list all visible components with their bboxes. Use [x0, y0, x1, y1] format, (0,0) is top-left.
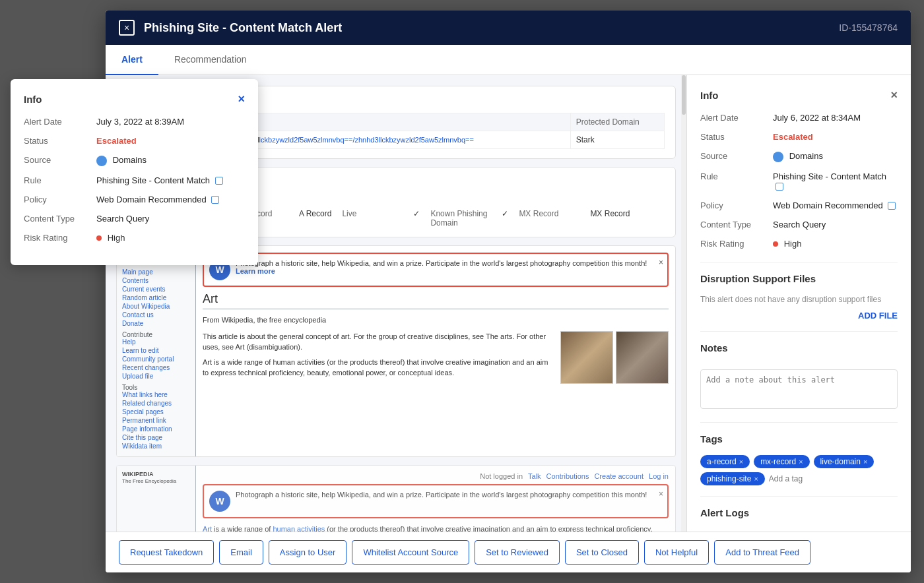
scrollbar-track[interactable] — [681, 75, 686, 532]
modal-header: × Phishing Site - Content Match Alert ID… — [106, 11, 911, 45]
tag-mx-record-remove[interactable]: × — [799, 458, 803, 466]
add-file-button[interactable]: ADD FILE — [700, 311, 898, 321]
set-to-closed-button[interactable]: Set to Closed — [565, 540, 639, 565]
wiki-contents[interactable]: Contents — [122, 277, 190, 284]
mx-record-label: MX Record — [519, 209, 585, 228]
wiki-create-account-2[interactable]: Create account — [594, 472, 644, 480]
add-to-threat-feed-button[interactable]: Add to Threat Feed — [714, 540, 810, 565]
wiki-current-events[interactable]: Current events — [122, 286, 190, 293]
rule-ext-link-icon[interactable] — [776, 183, 783, 191]
disruption-section: Disruption Support Files This alert does… — [700, 262, 898, 321]
wiki-sidebar-2: WIKIPEDIAThe Free Encyclopedia — [117, 466, 196, 532]
tags-title: Tags — [700, 433, 898, 445]
wiki-special-pages[interactable]: Special pages — [122, 408, 190, 415]
wiki-page-information[interactable]: Page information — [122, 425, 190, 433]
overlay-content-type-value: Search Query — [96, 214, 245, 224]
wiki-article-body: Art is a wide range of human activities … — [203, 357, 550, 379]
notes-textarea[interactable] — [700, 369, 898, 409]
overlay-alert-date-value: July 3, 2022 at 8:39AM — [96, 117, 245, 127]
alert-logs-section: Alert Logs — [700, 496, 898, 518]
known-phishing-value: ✓ — [502, 209, 508, 228]
assign-to-user-button[interactable]: Assign to User — [269, 540, 347, 565]
wiki-log-in-2[interactable]: Log in — [649, 472, 669, 480]
content-type-label: Content Type — [700, 220, 773, 230]
wiki-art-link[interactable]: Art — [203, 525, 212, 532]
policy-row: Policy Web Domain Recommended — [700, 200, 898, 210]
wiki-cite-this-page[interactable]: Cite this page — [122, 434, 190, 441]
overlay-close-button[interactable]: × — [238, 92, 245, 106]
wiki-related-changes[interactable]: Related changes — [122, 400, 190, 407]
overlay-risk-rating-row: Risk Rating High — [24, 233, 245, 243]
protected-domain-value: Stark — [570, 131, 664, 149]
wiki-permanent-link[interactable]: Permanent link — [122, 417, 190, 424]
rule-value: Phishing Site - Content Match — [773, 171, 898, 191]
wiki-content-2: WIKIPEDIAThe Free Encyclopedia Not logge… — [117, 466, 675, 532]
wiki-contributions-2[interactable]: Contributions — [546, 472, 589, 480]
modal-close-button[interactable]: × — [119, 20, 135, 36]
action-bar: Request Takedown Email Assign to User Wh… — [106, 532, 911, 572]
tag-live-domain-remove[interactable]: × — [863, 458, 867, 466]
policy-ext-link-icon[interactable] — [888, 202, 896, 210]
overlay-rule-ext-link-icon[interactable] — [215, 177, 223, 185]
wiki-community-portal[interactable]: Community portal — [122, 355, 190, 363]
wiki-recent-changes[interactable]: Recent changes — [122, 364, 190, 371]
sidebar-close-button[interactable]: × — [890, 88, 898, 102]
live-row: Live ✓ — [342, 209, 420, 228]
alert-logs-title: Alert Logs — [700, 507, 898, 518]
overlay-panel-header: Info × — [24, 92, 245, 106]
risk-rating-label: Risk Rating — [700, 239, 773, 249]
wiki-main-page[interactable]: Main page — [122, 268, 190, 276]
wiki-wikidata-item[interactable]: Wikidata item — [122, 443, 190, 450]
whitelist-account-source-button[interactable]: Whitelist Account Source — [352, 540, 469, 565]
rule-label: Rule — [700, 171, 773, 191]
content-type-row: Content Type Search Query — [700, 220, 898, 230]
wiki-learn-to-edit[interactable]: Learn to edit — [122, 347, 190, 354]
tag-a-record-remove[interactable]: × — [739, 458, 743, 466]
sidebar-info-title: Info — [700, 90, 719, 101]
source-label: Source — [700, 151, 773, 162]
mx-record-value: MX Record — [590, 209, 630, 228]
modal-title: Phishing Site - Content Match Alert — [144, 21, 839, 35]
wiki-main-content-2: Not logged in Talk Contributions Create … — [196, 466, 675, 532]
wiki-help[interactable]: Help — [122, 338, 190, 346]
overlay-risk-high-dot — [96, 235, 102, 241]
phishing-notif-close-2[interactable]: × — [659, 489, 663, 499]
screenshot-area-2: WIKIPEDIAThe Free Encyclopedia Not logge… — [116, 465, 676, 532]
wiki-contact-us[interactable]: Contact us — [122, 311, 190, 319]
tab-alert[interactable]: Alert — [106, 45, 158, 75]
wiki-human-activities-link[interactable]: human activities — [273, 525, 325, 532]
wiki-random-article[interactable]: Random article — [122, 294, 190, 301]
overlay-rule-label: Rule — [24, 175, 96, 185]
overlay-source-row: Source Domains — [24, 155, 245, 166]
wiki-donate[interactable]: Donate — [122, 320, 190, 327]
overlay-panel-title: Info — [24, 94, 42, 105]
notes-title: Notes — [700, 342, 898, 353]
wiki-about-wikipedia[interactable]: About Wikipedia — [122, 303, 190, 310]
tag-phishing-site-remove[interactable]: × — [754, 475, 758, 483]
status-value: Escalated — [773, 132, 898, 142]
alert-date-row: Alert Date July 6, 2022 at 8:34AM — [700, 113, 898, 123]
wiki-talk-2[interactable]: Talk — [528, 472, 541, 480]
phishing-notif-close[interactable]: × — [659, 258, 663, 267]
wiki-upload-file[interactable]: Upload file — [122, 373, 190, 380]
overlay-info-panel: Info × Alert Date July 3, 2022 at 8:39AM… — [11, 79, 258, 265]
status-row: Status Escalated — [700, 132, 898, 142]
overlay-policy-ext-link-icon[interactable] — [211, 196, 219, 204]
overlay-rule-value: Phishing Site - Content Match — [96, 175, 245, 185]
tag-phishing-site: phishing-site × — [700, 472, 765, 485]
wiki-notif-icon-2: W — [209, 491, 230, 512]
scrollbar-thumb[interactable] — [682, 75, 686, 115]
wiki-learn-more-link[interactable]: Learn more — [236, 267, 275, 275]
request-takedown-button[interactable]: Request Takedown — [119, 540, 214, 565]
tags-section: Tags a-record × mx-record × live-domain … — [700, 422, 898, 485]
wiki-content: WIKIPEDIAThe Free Encyclopedia Main page… — [117, 246, 675, 456]
not-helpful-button[interactable]: Not Helpful — [644, 540, 709, 565]
overlay-content-type-row: Content Type Search Query — [24, 214, 245, 224]
add-tag-input[interactable] — [769, 474, 815, 483]
tab-recommendation[interactable]: Recommendation — [158, 45, 263, 75]
set-to-reviewed-button[interactable]: Set to Reviewed — [475, 540, 560, 565]
email-button[interactable]: Email — [219, 540, 263, 565]
overlay-policy-label: Policy — [24, 195, 96, 204]
wiki-what-links-here[interactable]: What links here — [122, 391, 190, 398]
wiki-notif-text: Photograph a historic site, help Wikiped… — [236, 259, 647, 267]
